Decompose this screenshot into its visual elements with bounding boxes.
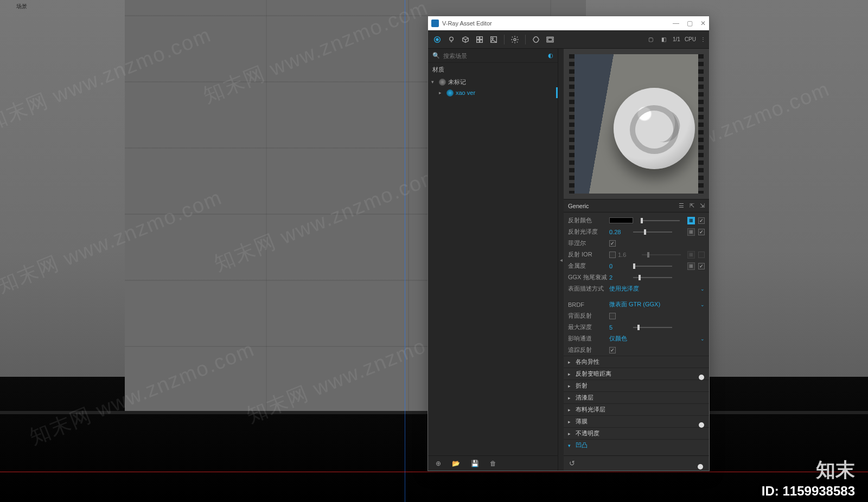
chevron-down-icon: ⌄ [700, 302, 705, 307]
preset-options-icon[interactable]: ☰ [679, 202, 684, 209]
metalness-slider[interactable] [633, 263, 672, 269]
reflect-gloss-value[interactable]: 0.28 [609, 229, 631, 235]
viewport-scene-label: 场景 [16, 3, 27, 10]
geometry-tab-icon[interactable] [459, 34, 471, 46]
window-title: V-Ray Asset Editor [442, 20, 492, 27]
frame-buffer-icon[interactable] [544, 34, 556, 46]
section-title: Generic [568, 203, 589, 209]
reflect-color-row: 反射颜色 ▦ [564, 215, 709, 226]
affect-channels-dropdown[interactable]: 仅颜色 [609, 334, 698, 343]
reflect-ior-map-button[interactable]: ▦ [687, 251, 695, 259]
affect-channels-row: 影响通道 仅颜色 ⌄ [564, 333, 709, 344]
import-asset-icon[interactable]: 📂 [452, 460, 460, 467]
chevron-down-icon: ⌄ [700, 336, 705, 342]
property-panel-footer: ↺ [564, 455, 709, 471]
metalness-value[interactable]: 0 [609, 263, 631, 269]
reflect-ior-value[interactable]: 1.6 [618, 252, 640, 258]
material-item-label: xao ver [456, 89, 475, 96]
lights-tab-icon[interactable] [445, 34, 457, 46]
surface-control-dropdown[interactable]: 使用光泽度 [609, 285, 698, 293]
group-thin-film[interactable]: ▸薄膜 [564, 415, 709, 427]
svg-point-9 [514, 38, 516, 41]
vray-asset-editor-window: V-Ray Asset Editor — ▢ ✕ ▢ ◧ 1/1 CPU ⋮ [427, 16, 710, 471]
brand-logo-text: 知末 [816, 457, 855, 484]
reflect-ior-lock-checkbox[interactable] [609, 252, 616, 258]
material-preview[interactable] [564, 49, 709, 199]
max-depth-slider[interactable] [633, 325, 672, 330]
ggx-tail-slider[interactable] [633, 275, 672, 280]
material-tree: ▾ 未标记 ▸ xao ver [428, 76, 558, 98]
group-reflect-dim[interactable]: ▸反射变暗距离 [564, 368, 709, 379]
fresnel-row: 菲涅尔 [564, 237, 709, 249]
svg-rect-11 [548, 38, 552, 41]
reflect-gloss-slider[interactable] [633, 229, 672, 235]
preset-save-icon[interactable]: ⇱ [690, 202, 694, 209]
viewport-render-icon[interactable]: ▢ [647, 35, 655, 44]
property-panel: Generic ☰ ⇱ ⇲ 反射颜色 ▦ [564, 49, 709, 471]
generic-section-header[interactable]: Generic ☰ ⇱ ⇲ [564, 199, 709, 213]
group-opacity[interactable]: ▸不透明度 [564, 427, 709, 439]
group-refraction[interactable]: ▸折射 [564, 379, 709, 391]
revert-icon[interactable]: ↺ [569, 459, 575, 467]
metalness-map-toggle[interactable] [698, 263, 705, 269]
search-icon: 🔍 [432, 52, 440, 59]
back-reflect-row: 背面反射 [564, 310, 709, 321]
render-mode-menu-icon[interactable]: ⋮ [700, 36, 706, 42]
back-reflect-checkbox[interactable] [609, 313, 616, 319]
group-anisotropy[interactable]: ▸各向异性 [564, 356, 709, 368]
save-asset-icon[interactable]: 💾 [471, 460, 479, 467]
guide-line-vertical [405, 0, 405, 502]
trace-reflect-row: 追踪反射 [564, 344, 709, 356]
window-titlebar[interactable]: V-Ray Asset Editor — ▢ ✕ [428, 16, 709, 30]
window-maximize-button[interactable]: ▢ [687, 20, 693, 27]
preset-load-icon[interactable]: ⇲ [700, 202, 705, 209]
delete-asset-icon[interactable]: 🗑 [490, 460, 496, 467]
max-depth-row: 最大深度 5 [564, 321, 709, 333]
material-tree-item-xaover[interactable]: ▸ xao ver [428, 87, 558, 98]
material-tree-item-untagged[interactable]: ▾ 未标记 [428, 76, 558, 87]
group-sheen[interactable]: ▸布料光泽层 [564, 403, 709, 415]
reflect-gloss-map-button[interactable]: ▦ [687, 228, 695, 236]
ggx-tail-row: GGX 拖尾衰减 2 [564, 272, 709, 283]
group-bump[interactable]: ▾凹凸 [564, 439, 709, 451]
window-minimize-button[interactable]: — [673, 20, 679, 27]
add-asset-icon[interactable]: ⊕ [436, 460, 441, 467]
svg-rect-4 [480, 36, 483, 39]
render-button-icon[interactable] [530, 34, 542, 46]
render-mode-label[interactable]: CPU [685, 36, 696, 42]
ggx-tail-value[interactable]: 2 [609, 274, 631, 281]
brdf-dropdown[interactable]: 微表面 GTR (GGX) [609, 300, 698, 308]
filter-icon[interactable]: ◐ [548, 52, 553, 59]
reflect-ior-map-toggle[interactable] [698, 252, 705, 258]
svg-rect-6 [480, 40, 483, 42]
render-progress-badge: 1/1 [673, 36, 680, 42]
fresnel-checkbox[interactable] [609, 240, 616, 247]
reflect-color-swatch[interactable] [609, 217, 633, 223]
max-depth-value[interactable]: 5 [609, 324, 631, 331]
reflect-color-map-button[interactable]: ▦ [687, 217, 695, 224]
svg-rect-3 [477, 36, 480, 39]
region-render-icon[interactable]: ◧ [660, 35, 668, 44]
group-coat[interactable]: ▸清漆层 [564, 391, 709, 403]
panel-splitter[interactable]: ◂ [558, 49, 564, 471]
trace-reflect-checkbox[interactable] [609, 347, 616, 353]
main-toolbar: ▢ ◧ 1/1 CPU ⋮ [428, 30, 709, 49]
axis-line-red [0, 472, 868, 472]
reflect-gloss-map-toggle[interactable] [698, 229, 705, 235]
reflect-ior-row: 反射 IOR 1.6 ▦ [564, 249, 709, 260]
metalness-row: 金属度 0 ▦ [564, 260, 709, 272]
asset-id-label: ID: 1159938583 [762, 484, 855, 499]
search-input[interactable] [443, 53, 545, 59]
settings-tab-icon[interactable] [509, 34, 521, 46]
svg-point-1 [436, 38, 438, 41]
metalness-map-button[interactable]: ▦ [687, 262, 695, 270]
reflect-ior-slider[interactable] [642, 252, 681, 258]
materials-tab-icon[interactable] [431, 34, 443, 46]
textures-tab-icon[interactable] [488, 34, 500, 46]
render-elements-tab-icon[interactable] [474, 34, 486, 46]
reflect-color-map-toggle[interactable] [698, 217, 705, 224]
reflect-color-slider[interactable] [641, 218, 680, 223]
vray-app-icon [431, 20, 439, 27]
svg-rect-5 [477, 40, 480, 42]
window-close-button[interactable]: ✕ [700, 20, 706, 27]
